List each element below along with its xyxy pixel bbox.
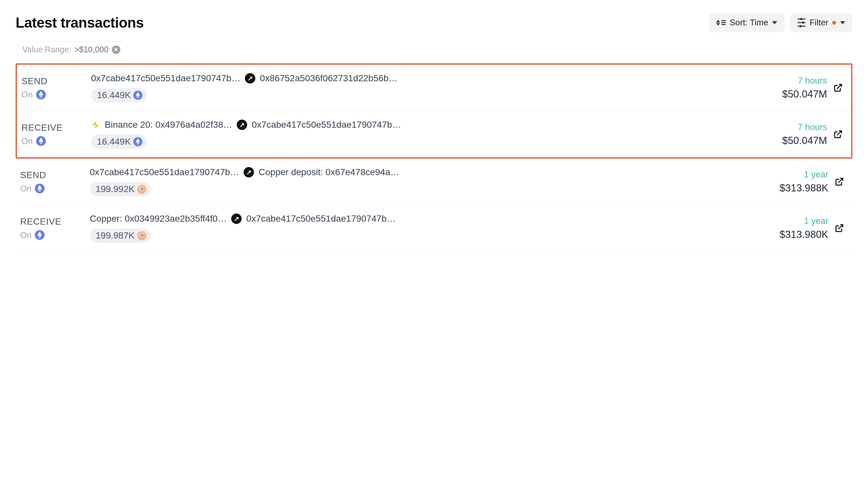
binance-icon — [91, 120, 100, 129]
filter-chips: Value Range: >$10,000 ✕ — [16, 41, 852, 58]
tx-main-column: Copper: 0x0349923ae2b35ff4f0… ↗ 0x7cabe4… — [90, 214, 752, 243]
ethereum-icon — [133, 91, 143, 100]
tx-usd-value: $50.047M — [752, 88, 827, 100]
arrow-icon: ↗ — [231, 214, 242, 224]
tx-addresses: 0x7cabe417c50e551dae1790747b… ↗ Copper d… — [90, 167, 752, 178]
tx-chain: On — [22, 136, 90, 146]
tx-amount-pill: 199.987K — [90, 228, 151, 243]
tx-chain: On — [20, 230, 89, 240]
tx-type-column: SEND On — [20, 170, 89, 194]
highlighted-group: SEND On 0x7cabe417c50e551dae1790747b… ↗ … — [16, 63, 852, 159]
tx-from-address[interactable]: 0x7cabe417c50e551dae1790747b… — [91, 73, 240, 84]
external-link-icon[interactable] — [834, 176, 845, 187]
tx-link-column — [830, 176, 849, 187]
ethereum-icon — [133, 137, 143, 146]
transaction-row: SEND On 0x7cabe417c50e551dae1790747b… ↗ … — [17, 65, 851, 111]
token-flame-icon — [137, 185, 146, 194]
chevron-down-icon — [772, 21, 777, 24]
external-link-icon[interactable] — [834, 223, 845, 234]
ethereum-icon — [35, 230, 44, 240]
tx-type: RECEIVE — [20, 217, 89, 227]
tx-type: SEND — [20, 170, 89, 181]
tx-value-column: 7 hours $50.047M — [752, 122, 827, 147]
sort-label: Sort: Time — [730, 18, 768, 28]
tx-amount-pill: 16.449K — [91, 88, 147, 102]
tx-addresses: 0x7cabe417c50e551dae1790747b… ↗ 0x86752a… — [91, 73, 751, 84]
arrow-icon: ↗ — [244, 167, 254, 178]
page-title: Latest transactions — [16, 14, 144, 31]
arrow-icon: ↗ — [237, 120, 247, 130]
tx-type: SEND — [22, 76, 90, 87]
on-label: On — [22, 90, 33, 100]
chevron-down-icon — [840, 21, 845, 24]
token-flame-icon — [137, 231, 146, 240]
external-link-icon[interactable] — [833, 129, 844, 140]
on-label: On — [22, 136, 33, 146]
tx-value-column: 1 year $313.988K — [753, 170, 828, 194]
sort-icon — [716, 20, 726, 26]
tx-from-address[interactable]: Copper: 0x0349923ae2b35ff4f0… — [90, 214, 227, 224]
tx-to-address[interactable]: 0x7cabe417c50e551dae1790747b… — [246, 214, 396, 224]
tx-usd-value: $313.988K — [753, 182, 828, 194]
header-controls: Sort: Time Filter — [709, 13, 852, 32]
sort-button[interactable]: Sort: Time — [709, 13, 784, 32]
tx-amount: 16.449K — [97, 90, 131, 100]
tx-amount: 199.987K — [96, 230, 135, 241]
filter-chip-value-range[interactable]: Value Range: >$10,000 ✕ — [17, 41, 126, 58]
chip-remove-icon[interactable]: ✕ — [112, 45, 120, 54]
tx-chain: On — [22, 90, 90, 100]
ethereum-icon — [35, 184, 44, 193]
tx-value-column: 7 hours $50.047M — [752, 76, 827, 100]
filter-icon — [798, 18, 806, 27]
filter-active-dot-icon — [832, 21, 836, 25]
tx-link-column — [828, 129, 848, 140]
tx-amount-pill: 199.992K — [90, 182, 151, 196]
filter-label: Filter — [809, 18, 828, 28]
tx-from-address[interactable]: 0x7cabe417c50e551dae1790747b… — [90, 167, 239, 178]
tx-time: 7 hours — [752, 122, 827, 132]
header: Latest transactions Sort: Time Filter — [16, 13, 852, 32]
tx-value-column: 1 year $313.980K — [753, 216, 828, 241]
tx-usd-value: $50.047M — [752, 135, 827, 147]
tx-type-column: RECEIVE On — [20, 217, 89, 240]
tx-link-column — [828, 82, 848, 93]
chip-value: >$10,000 — [74, 45, 108, 54]
tx-usd-value: $313.980K — [753, 229, 828, 241]
tx-chain: On — [20, 184, 89, 194]
transaction-row: SEND On 0x7cabe417c50e551dae1790747b… ↗ … — [16, 159, 852, 205]
external-link-icon[interactable] — [833, 82, 844, 93]
tx-from-address[interactable]: Binance 20: 0x4976a4a02f38… — [105, 120, 232, 130]
transaction-list: SEND On 0x7cabe417c50e551dae1790747b… ↗ … — [16, 64, 852, 252]
tx-amount-pill: 16.449K — [91, 134, 147, 149]
tx-amount: 199.992K — [96, 184, 135, 194]
ethereum-icon — [36, 90, 46, 99]
arrow-icon: ↗ — [245, 73, 255, 84]
tx-type-column: SEND On — [22, 76, 90, 100]
filter-button[interactable]: Filter — [790, 13, 852, 32]
transaction-row: RECEIVE On Binance 20: 0x4976a4a02f38… ↗… — [17, 111, 851, 157]
tx-amount: 16.449K — [97, 136, 131, 147]
tx-addresses: Binance 20: 0x4976a4a02f38… ↗ 0x7cabe417… — [91, 120, 751, 130]
tx-type: RECEIVE — [22, 123, 90, 133]
on-label: On — [20, 184, 32, 194]
chip-prefix: Value Range: — [23, 45, 71, 54]
tx-link-column — [830, 223, 849, 234]
tx-to-address[interactable]: 0x86752a5036f062731d22b56b… — [260, 73, 398, 84]
tx-time: 1 year — [753, 170, 828, 180]
on-label: On — [20, 230, 32, 240]
transaction-row: RECEIVE On Copper: 0x0349923ae2b35ff4f0…… — [16, 205, 852, 252]
tx-type-column: RECEIVE On — [22, 123, 90, 146]
ethereum-icon — [36, 136, 46, 146]
tx-time: 7 hours — [752, 76, 827, 86]
tx-main-column: 0x7cabe417c50e551dae1790747b… ↗ 0x86752a… — [91, 73, 751, 102]
tx-main-column: Binance 20: 0x4976a4a02f38… ↗ 0x7cabe417… — [91, 120, 751, 149]
tx-main-column: 0x7cabe417c50e551dae1790747b… ↗ Copper d… — [90, 167, 752, 196]
tx-time: 1 year — [753, 216, 828, 226]
tx-to-address[interactable]: 0x7cabe417c50e551dae1790747b… — [252, 120, 401, 130]
tx-to-address[interactable]: Copper deposit: 0x67e478ce94a… — [258, 167, 399, 178]
tx-addresses: Copper: 0x0349923ae2b35ff4f0… ↗ 0x7cabe4… — [90, 214, 752, 224]
